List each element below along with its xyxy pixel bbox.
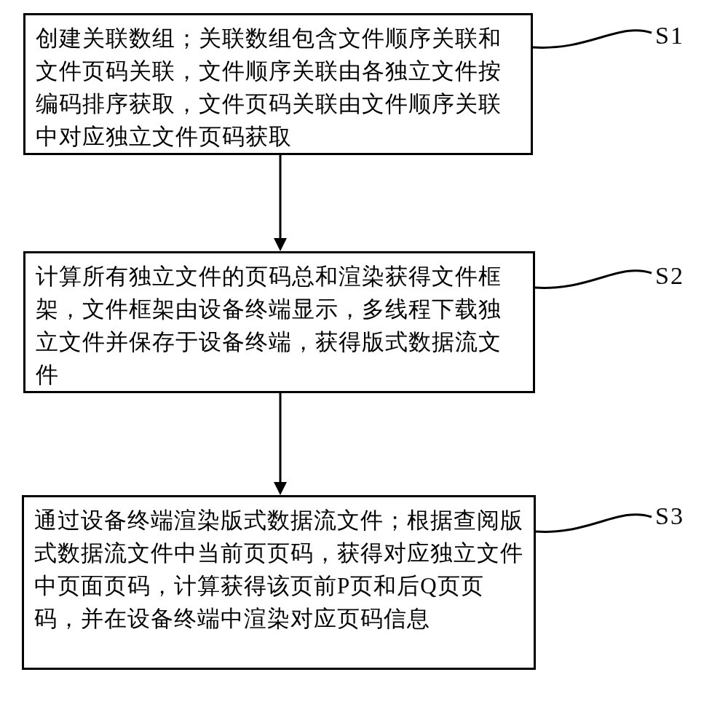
step-label-s2: S2 xyxy=(655,262,684,290)
flow-arrow-s1-s2 xyxy=(269,155,291,251)
flow-step-s1: 创建关联数组；关联数组包含文件顺序关联和文件页码关联，文件顺序关联由各独立文件按… xyxy=(23,13,533,155)
svg-marker-1 xyxy=(274,238,287,251)
svg-marker-3 xyxy=(274,482,287,495)
step-label-s3: S3 xyxy=(655,502,684,530)
flow-step-s3: 通过设备终端渲染版式数据流文件；根据查阅版式数据流文件中当前页页码，获得对应独立… xyxy=(22,495,536,670)
flow-arrow-s2-s3 xyxy=(269,393,291,495)
flow-step-s2: 计算所有独立文件的页码总和渲染获得文件框架，文件框架由设备终端显示，多线程下载独… xyxy=(23,251,535,393)
flow-step-s3-text: 通过设备终端渲染版式数据流文件；根据查阅版式数据流文件中当前页页码，获得对应独立… xyxy=(34,507,523,631)
step-label-s1: S1 xyxy=(655,22,684,50)
flow-step-s1-text: 创建关联数组；关联数组包含文件顺序关联和文件页码关联，文件顺序关联由各独立文件按… xyxy=(36,25,502,149)
flow-step-s2-text: 计算所有独立文件的页码总和渲染获得文件框架，文件框架由设备终端显示，多线程下载独… xyxy=(36,264,502,387)
